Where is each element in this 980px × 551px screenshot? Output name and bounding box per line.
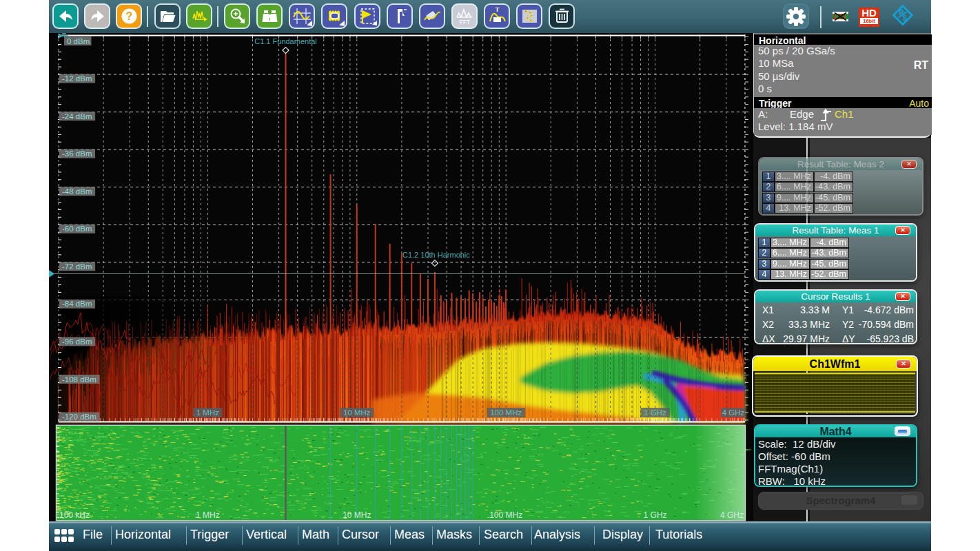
svg-text:4 GHz: 4 GHz — [722, 408, 745, 417]
svg-text:C1.1 Fundamental: C1.1 Fundamental — [254, 37, 317, 45]
svg-text:T: T — [495, 6, 499, 13]
svg-text:-84 dBm: -84 dBm — [62, 300, 92, 308]
svg-text:S: S — [903, 14, 908, 22]
svg-text:1 GHz: 1 GHz — [644, 510, 667, 520]
svg-text:4 GHz: 4 GHz — [720, 510, 744, 520]
svg-text:FFT: FFT — [459, 19, 470, 25]
svg-text:0 dBm: 0 dBm — [67, 37, 90, 45]
svg-text:-24 dBm: -24 dBm — [62, 112, 92, 121]
svg-text:-60 dBm: -60 dBm — [62, 225, 92, 233]
svg-text:1 MHz: 1 MHz — [196, 510, 220, 520]
svg-text:-36 dBm: -36 dBm — [62, 149, 92, 158]
svg-text:-96 dBm: -96 dBm — [62, 337, 92, 346]
svg-text:-120 dBm: -120 dBm — [62, 413, 96, 421]
svg-text:-12 dBm: -12 dBm — [62, 74, 92, 83]
svg-text:C1.2 10th Harmonic: C1.2 10th Harmonic — [402, 251, 470, 259]
svg-text:?: ? — [125, 10, 132, 22]
svg-text:-108 dBm: -108 dBm — [62, 375, 96, 384]
svg-text:10 MHz: 10 MHz — [343, 408, 371, 417]
svg-text:-72 dBm: -72 dBm — [62, 262, 92, 271]
svg-text:10 MHz: 10 MHz — [343, 510, 371, 520]
svg-text:100 MHz: 100 MHz — [489, 510, 522, 520]
svg-text:100 MHz: 100 MHz — [490, 408, 522, 417]
svg-text:100 kHz: 100 kHz — [59, 510, 90, 520]
svg-text:1 GHz: 1 GHz — [644, 408, 666, 417]
svg-text:1 MHz: 1 MHz — [196, 408, 219, 417]
svg-text:-48 dBm: -48 dBm — [62, 187, 92, 196]
